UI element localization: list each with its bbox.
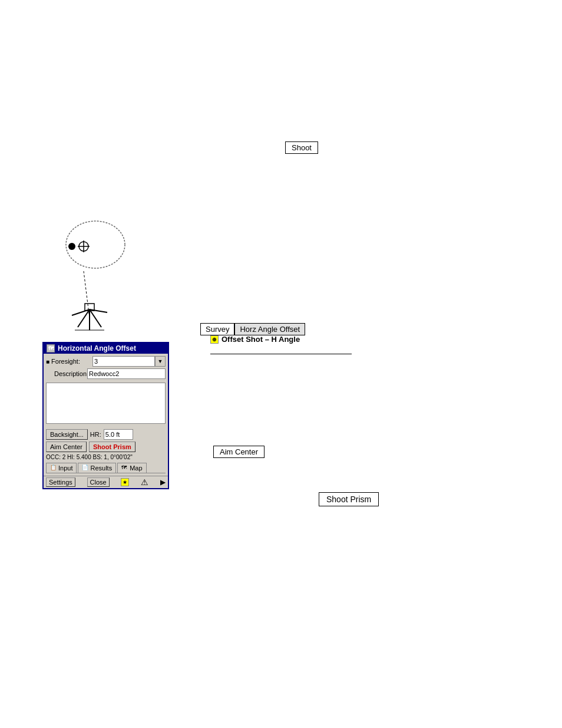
dialog-title-icon: 🗺 [47,344,55,353]
backsight-hr-row: Backsight... HR: [46,429,166,440]
settings-button[interactable]: Settings [46,477,75,487]
foresight-row: ■ Foresight: ▼ [46,356,166,367]
offset-shot-label: ⊕ Offset Shot – H Angle [210,335,300,344]
svg-point-4 [68,243,75,250]
backsight-button[interactable]: Backsight... [46,429,88,440]
aim-shoot-row: Aim Center Shoot Prism [46,442,166,452]
tab-map[interactable]: 🗺 Map [117,463,146,473]
alert-icon[interactable]: ⚠ [141,477,148,487]
notes-textarea[interactable] [46,383,166,424]
offset-shot-underline [210,354,352,354]
dialog-footer: Settings Close ★ ⚠ ▶ [44,476,168,488]
svg-line-6 [78,309,90,327]
dialog-title: Horizontal Angle Offset [58,344,136,353]
close-button[interactable]: Close [87,477,110,487]
tab-horz-angle-offset[interactable]: Horz Angle Offset [234,323,305,335]
star-icon[interactable]: ★ [121,478,129,486]
shoot-prism-button-right[interactable]: Shoot Prism [319,492,379,506]
description-label: Description: [46,370,87,377]
foresight-dropdown[interactable]: ▼ [155,356,166,367]
tab-survey[interactable]: Survey [200,323,234,335]
shoot-prism-button[interactable]: Shoot Prism [89,442,135,452]
shoot-button-top[interactable]: Shoot [285,141,318,154]
aim-center-button-right[interactable]: Aim Center [213,446,265,458]
expand-icon[interactable]: ▶ [160,478,166,486]
occ-info: OCC: 2 HI: 5.400 BS: 1, 0°00'02" [46,454,166,460]
input-tab-icon: 📋 [50,465,57,472]
survey-diagram [42,218,137,338]
description-row: Description: [46,368,166,379]
results-tab-icon: 📄 [82,465,89,472]
horizontal-angle-offset-dialog: 🗺 Horizontal Angle Offset ■ Foresight: ▼… [42,342,169,489]
tab-input-label: Input [58,465,72,472]
hr-input[interactable] [104,429,133,440]
foresight-input[interactable] [92,356,155,367]
dialog-titlebar: 🗺 Horizontal Angle Offset [44,343,168,354]
dialog-body: ■ Foresight: ▼ Description: Backsight...… [44,354,168,476]
svg-line-8 [90,309,101,327]
dialog-tabs: 📋 Input 📄 Results 🗺 Map [46,463,166,473]
tab-results-label: Results [90,465,112,472]
map-tab-icon: 🗺 [121,465,128,472]
tab-input[interactable]: 📋 Input [46,463,77,473]
tab-results[interactable]: 📄 Results [78,463,116,473]
aim-center-button[interactable]: Aim Center [46,442,87,452]
hr-label: HR: [90,431,101,438]
tab-area: Survey Horz Angle Offset [200,323,305,335]
description-input[interactable] [87,368,166,379]
offset-icon: ⊕ [210,335,219,344]
foresight-bullet: ■ [46,358,49,365]
tab-map-label: Map [130,465,142,472]
foresight-label: Foresight: [51,358,92,365]
